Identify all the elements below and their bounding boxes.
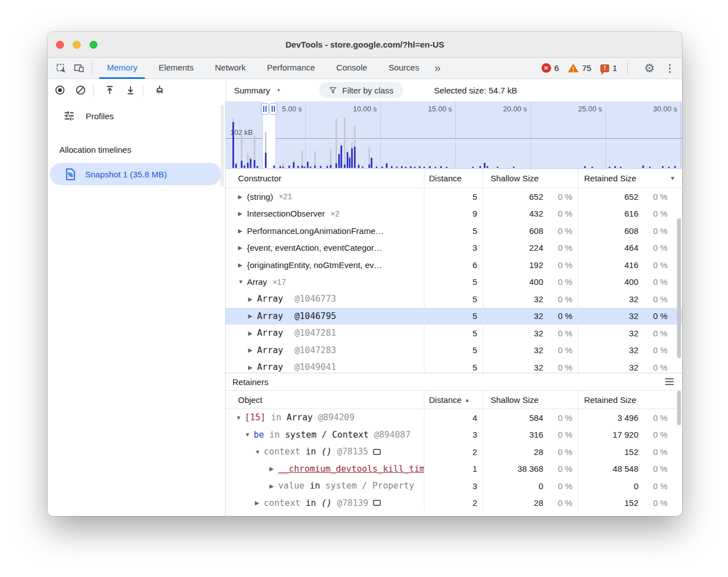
close-button[interactable] xyxy=(56,41,64,49)
retained-size-percent: 0 % xyxy=(638,464,668,473)
column-retained-size[interactable]: Retained Size xyxy=(578,391,682,409)
distance-value: 2 xyxy=(424,443,483,461)
column-distance[interactable]: Distance xyxy=(424,169,483,187)
constructor-row[interactable]: ▶ Array @1047283 5 32 0 % 32 0 % xyxy=(226,342,682,359)
minimize-button[interactable] xyxy=(73,41,81,49)
disclosure-triangle-icon[interactable]: ▶ xyxy=(248,296,257,302)
sort-descending-icon: ▼ xyxy=(670,175,675,181)
clear-button[interactable] xyxy=(72,82,89,98)
disclosure-triangle-icon[interactable]: ▶ xyxy=(238,194,247,200)
snapshot-item[interactable]: Snapshot 1 (35.8 MB) xyxy=(50,163,221,185)
column-object[interactable]: Object xyxy=(226,391,424,409)
reveal-icon[interactable] xyxy=(373,500,381,506)
class-filter-input[interactable]: Filter by class xyxy=(319,82,403,98)
tab-console[interactable]: Console xyxy=(326,58,378,79)
disclosure-triangle-icon[interactable]: ▶ xyxy=(248,347,257,353)
retainer-row[interactable]: ▼ context in () @78135 2 28 0 % 152 0 % xyxy=(226,443,682,461)
column-distance[interactable]: Distance ▲ xyxy=(424,391,483,409)
issues-badge[interactable]: ! 1 xyxy=(600,63,617,73)
constructor-row[interactable]: ▶ Array @1047281 5 32 0 % 32 0 % xyxy=(226,325,682,342)
disclosure-triangle-icon[interactable]: ▶ xyxy=(238,245,247,251)
constructor-row[interactable]: ▶ IntersectionObserver ×2 9 432 0 % 616 … xyxy=(226,205,682,223)
disclosure-triangle-icon[interactable]: ▶ xyxy=(238,228,247,234)
disclosure-triangle-icon[interactable]: ▶ xyxy=(255,500,264,506)
save-profile-button[interactable] xyxy=(122,82,139,98)
constructor-row[interactable]: ▶ Array @1046795 5 32 0 % 32 0 % xyxy=(226,308,682,325)
column-constructor[interactable]: Constructor xyxy=(226,169,424,187)
shallow-size-percent: 0 % xyxy=(543,260,572,270)
size-gridline xyxy=(226,138,682,139)
collect-garbage-button[interactable] xyxy=(151,82,168,98)
shallow-size-value: 28 xyxy=(483,498,543,508)
selection-handle-left[interactable] xyxy=(261,103,269,115)
retainer-row[interactable]: ▶ __chromium_devtools_kill_tim 1 38 368 … xyxy=(226,461,682,478)
disclosure-triangle-icon[interactable]: ▶ xyxy=(269,483,278,489)
tab-performance[interactable]: Performance xyxy=(256,58,326,79)
allocation-bar-live xyxy=(649,167,651,168)
retainer-row[interactable]: ▼ be in system / Context @894087 3 316 0… xyxy=(226,426,682,444)
disclosure-triangle-icon[interactable]: ▶ xyxy=(248,313,257,319)
retained-size-value: 152 xyxy=(578,447,638,457)
disclosure-triangle-icon[interactable]: ▼ xyxy=(236,415,245,421)
constructor-row[interactable]: ▶ PerformanceLongAnimationFrame… 5 608 0… xyxy=(226,222,682,240)
row-name: Array xyxy=(257,328,283,338)
settings-button[interactable]: ⚙ xyxy=(644,62,655,74)
retained-size-percent: 0 % xyxy=(638,311,668,321)
disclosure-triangle-icon[interactable]: ▶ xyxy=(238,210,247,217)
constructor-row[interactable]: ▶ {originatingEntity, noGtmEvent, ev… 6 … xyxy=(226,256,682,274)
disclosure-triangle-icon[interactable]: ▼ xyxy=(245,431,254,438)
selection-handle-right[interactable] xyxy=(269,103,277,115)
record-button[interactable] xyxy=(52,82,68,98)
tab-memory[interactable]: Memory xyxy=(96,58,148,79)
reveal-icon[interactable] xyxy=(373,449,381,455)
column-shallow-size[interactable]: Shallow Size xyxy=(483,169,578,187)
constructor-scrollbar[interactable] xyxy=(677,218,681,358)
sort-ascending-icon: ▲ xyxy=(464,397,470,403)
allocation-bar-live xyxy=(405,167,407,168)
retainer-token[interactable]: __chromium_devtools_kill_tim xyxy=(278,464,424,474)
constructor-row[interactable]: ▼ Array ×17 5 400 0 % 400 0 % xyxy=(226,274,682,291)
shallow-size-cell: 38 368 0 % xyxy=(483,461,578,478)
perspective-select[interactable]: Summary ▾ xyxy=(234,86,280,95)
shallow-size-value: 32 xyxy=(483,345,543,355)
retainer-row[interactable]: ▶ context in () @78139 2 28 0 % 152 0 % xyxy=(226,495,682,512)
device-toolbar-button[interactable] xyxy=(70,60,88,77)
tab-network[interactable]: Network xyxy=(204,58,256,79)
allocation-bar-live xyxy=(307,162,309,168)
constructor-row[interactable]: ▶ (string) ×21 5 652 0 % 652 0 % xyxy=(226,188,682,205)
fullscreen-button[interactable] xyxy=(90,41,97,49)
clear-icon xyxy=(75,85,86,96)
shallow-size-percent: 0 % xyxy=(543,464,572,473)
disclosure-triangle-icon[interactable]: ▶ xyxy=(248,330,257,336)
disclosure-triangle-icon[interactable]: ▼ xyxy=(238,279,247,285)
retainer-row[interactable]: ▶ value in system / Property 3 0 0 % 0 0… xyxy=(226,477,682,495)
column-retained-size[interactable]: Retained Size ▼ xyxy=(578,169,682,187)
disclosure-triangle-icon[interactable]: ▶ xyxy=(269,466,278,472)
sidebar-scrollbar[interactable] xyxy=(221,105,224,186)
allocation-bar-live xyxy=(301,166,303,168)
constructor-row[interactable]: ▶ Array @1046773 5 32 0 % 32 0 % xyxy=(226,290,682,308)
tab-sources[interactable]: Sources xyxy=(378,58,430,79)
retainer-row[interactable]: ▼ [15] in Array @894209 4 584 0 % 3 496 … xyxy=(226,409,682,426)
retainers-scrollbar[interactable] xyxy=(677,391,681,425)
sidebar-item-profiles[interactable]: Profiles xyxy=(63,110,114,122)
console-errors-badge[interactable]: ✕ 6 xyxy=(542,63,559,73)
more-tabs-button[interactable]: » xyxy=(430,62,445,74)
shallow-size-percent: 0 % xyxy=(543,311,572,321)
load-profile-button[interactable] xyxy=(101,82,118,98)
allocation-timeline[interactable]: 102 kB 5.00 s10.00 s15.00 s20.00 s25.00 … xyxy=(226,101,682,169)
retainer-token: system / Property xyxy=(325,481,414,491)
disclosure-triangle-icon[interactable]: ▶ xyxy=(248,364,257,370)
shallow-size-cell: 316 0 % xyxy=(483,426,578,444)
distance-value: 3 xyxy=(424,426,483,444)
constructor-row[interactable]: ▶ {event, eventAction, eventCategor… 3 2… xyxy=(226,240,682,257)
retainers-menu-icon[interactable] xyxy=(665,378,675,385)
console-warnings-badge[interactable]: ! 75 xyxy=(568,63,591,73)
disclosure-triangle-icon[interactable]: ▶ xyxy=(238,262,247,268)
constructor-row[interactable]: ▶ Array @1049041 5 32 0 % 32 0 % xyxy=(226,359,682,373)
inspect-element-button[interactable] xyxy=(52,60,70,77)
main-menu-button[interactable]: ⋮ xyxy=(665,63,675,73)
column-shallow-size[interactable]: Shallow Size xyxy=(483,391,578,409)
tab-elements[interactable]: Elements xyxy=(148,58,204,79)
disclosure-triangle-icon[interactable]: ▼ xyxy=(255,449,264,455)
